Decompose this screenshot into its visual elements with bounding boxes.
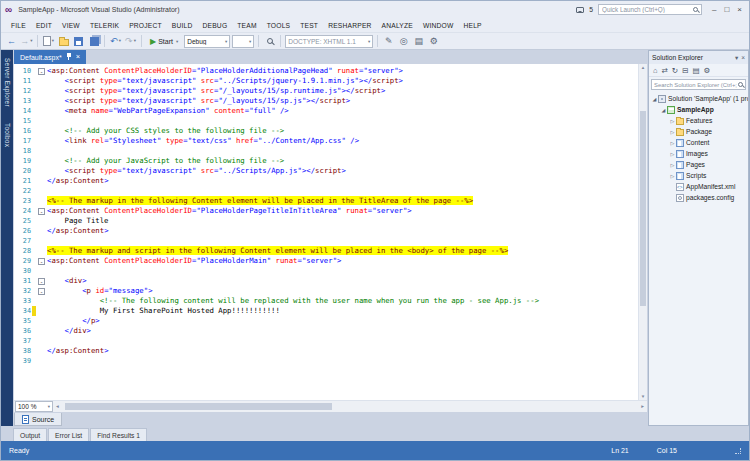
save-icon[interactable]	[72, 34, 85, 48]
scroll-down-icon[interactable]: ▼	[639, 394, 647, 399]
settings-gear-icon[interactable]: ⚙	[427, 34, 440, 48]
code-line[interactable]: 30	[14, 266, 638, 276]
horizontal-scrollbar-thumb[interactable]	[65, 403, 332, 410]
tree-item-pages[interactable]: ▷Pages	[649, 159, 748, 170]
open-file-icon[interactable]	[57, 34, 70, 48]
code-line[interactable]: 17 <link rel="Stylesheet" type="text/css…	[14, 136, 638, 146]
menu-project[interactable]: PROJECT	[124, 20, 167, 31]
code-line[interactable]: 32- <p id="message">	[14, 286, 638, 296]
menu-analyze[interactable]: ANALYZE	[377, 20, 418, 31]
scroll-up-icon[interactable]: ▲	[639, 65, 647, 70]
bottom-tab-find-results-1[interactable]: Find Results 1	[90, 428, 147, 441]
close-button[interactable]: ×	[737, 5, 742, 14]
code-line[interactable]: 38</asp:Content>	[14, 346, 638, 356]
collapse-arrow-icon[interactable]: ◢	[651, 96, 658, 102]
menu-file[interactable]: FILE	[6, 20, 31, 31]
tree-item-packages-config[interactable]: packages.config	[649, 192, 748, 203]
menu-test[interactable]: TEST	[295, 20, 323, 31]
minimize-button[interactable]: –	[712, 5, 716, 14]
collapse-icon[interactable]: -	[38, 258, 45, 265]
code-line[interactable]: 16 <!-- Add your CSS styles to the follo…	[14, 126, 638, 136]
vertical-scrollbar-thumb[interactable]	[640, 111, 646, 306]
expand-arrow-icon[interactable]: ▷	[669, 173, 676, 179]
start-debug-button[interactable]: ▶Start▾	[146, 36, 182, 47]
code-line[interactable]: 13 <script type="text/javascript" src="/…	[14, 96, 638, 106]
redo-icon[interactable]: ↷▾	[124, 34, 137, 48]
bottom-tab-error-list[interactable]: Error List	[48, 428, 89, 441]
tree-item-appmanifest-xml[interactable]: AppManifest.xml	[649, 181, 748, 192]
tree-item-sampleapp[interactable]: ◢SampleApp	[649, 104, 748, 115]
menu-debug[interactable]: DEBUG	[198, 20, 233, 31]
code-line[interactable]: 23<%-- The markup in the following Conte…	[14, 196, 638, 206]
menu-resharper[interactable]: RESHARPER	[323, 20, 376, 31]
list-view-icon[interactable]: ▤	[412, 34, 425, 48]
collapse-icon[interactable]: -	[38, 288, 45, 295]
horizontal-scrollbar[interactable]: ◂ ▸	[53, 401, 647, 412]
document-tab-default-aspx[interactable]: Default.aspx* ×	[14, 50, 86, 64]
bottom-tab-output[interactable]: Output	[13, 428, 47, 441]
code-line[interactable]: 21</asp:Content>	[14, 176, 638, 186]
code-line[interactable]: 26</asp:Content>	[14, 226, 638, 236]
menu-tools[interactable]: TOOLS	[262, 20, 296, 31]
menu-window[interactable]: WINDOW	[418, 20, 459, 31]
collapse-icon[interactable]: -	[38, 208, 45, 215]
close-tab-icon[interactable]: ×	[76, 53, 80, 61]
solution-explorer-header[interactable]: Solution Explorer ▾×	[649, 51, 748, 64]
scroll-left-icon[interactable]: ◂	[56, 403, 59, 409]
code-editor[interactable]: 10-<asp:Content ContentPlaceHolderID="Pl…	[14, 64, 638, 400]
scroll-right-icon[interactable]: ▸	[641, 403, 644, 409]
tree-item-content[interactable]: ▷Content	[649, 137, 748, 148]
outlining-margin[interactable]: -	[36, 256, 47, 266]
menu-view[interactable]: VIEW	[57, 20, 85, 31]
tree-item-scripts[interactable]: ▷Scripts	[649, 170, 748, 181]
code-line[interactable]: 22	[14, 186, 638, 196]
outlining-margin[interactable]: -	[36, 66, 47, 76]
code-line[interactable]: 24-<asp:Content ContentPlaceHolderID="Pl…	[14, 206, 638, 216]
quick-launch-input[interactable]: Quick Launch (Ctrl+Q)	[598, 4, 702, 15]
window-position-icon[interactable]: ▾	[735, 54, 738, 62]
menu-help[interactable]: HELP	[459, 20, 487, 31]
tree-item-package[interactable]: ▷Package	[649, 126, 748, 137]
save-all-icon[interactable]	[87, 34, 100, 48]
outlining-margin[interactable]: -	[36, 286, 47, 296]
tree-item-features[interactable]: ▷Features	[649, 115, 748, 126]
pin-icon[interactable]	[66, 53, 72, 61]
undo-icon[interactable]: ↶▾	[109, 34, 122, 48]
home-icon[interactable]: ⌂	[653, 66, 658, 75]
collapse-icon[interactable]: -	[38, 278, 45, 285]
vertical-scrollbar[interactable]: ▲ ▼	[638, 64, 647, 400]
sync-with-active-document-icon[interactable]: ⇄	[662, 66, 668, 75]
close-icon[interactable]: ×	[741, 54, 745, 62]
expand-arrow-icon[interactable]: ▷	[669, 118, 676, 124]
target-rule-icon[interactable]: ◎	[397, 34, 410, 48]
code-line[interactable]: 25 Page Title	[14, 216, 638, 226]
side-tab-server-explorer[interactable]: Server Explorer	[4, 58, 11, 107]
code-line[interactable]: 20 <script type="text/javascript" src=".…	[14, 166, 638, 176]
collapse-all-icon[interactable]: ⊟	[682, 66, 688, 75]
code-line[interactable]: 27	[14, 236, 638, 246]
code-line[interactable]: 31- <div>	[14, 276, 638, 286]
code-line[interactable]: 29-<asp:Content ContentPlaceHolderID="Pl…	[14, 256, 638, 266]
code-line[interactable]: 15	[14, 116, 638, 126]
expand-arrow-icon[interactable]: ▷	[669, 140, 676, 146]
menu-edit[interactable]: EDIT	[31, 20, 57, 31]
show-all-files-icon[interactable]: ▤	[692, 66, 699, 75]
menu-telerik[interactable]: TELERIK	[85, 20, 124, 31]
side-tab-toolbox[interactable]: Toolbox	[4, 123, 11, 147]
maximize-button[interactable]: □	[724, 5, 729, 14]
code-line[interactable]: 34 My First SharePoint Hosted App!!!!!!!…	[14, 306, 638, 316]
new-file-icon[interactable]: ▾	[42, 34, 55, 48]
menu-team[interactable]: TEAM	[232, 20, 261, 31]
outlining-margin[interactable]: -	[36, 276, 47, 286]
outlining-margin[interactable]: -	[36, 206, 47, 216]
tree-item-images[interactable]: ▷Images	[649, 148, 748, 159]
collapse-arrow-icon[interactable]: ◢	[660, 107, 667, 113]
solution-configurations-combo[interactable]: Debug▾	[184, 35, 230, 48]
code-line[interactable]: 35 </p>	[14, 316, 638, 326]
expand-arrow-icon[interactable]: ▷	[669, 162, 676, 168]
code-line[interactable]: 10-<asp:Content ContentPlaceHolderID="Pl…	[14, 66, 638, 76]
code-line[interactable]: 37	[14, 336, 638, 346]
code-line[interactable]: 11 <script type="text/javascript" src=".…	[14, 76, 638, 86]
zoom-combo[interactable]: 100 % ▾	[15, 401, 53, 412]
tree-item-solution-sampleapp-1-project[interactable]: ◢Solution 'SampleApp' (1 project)	[649, 93, 748, 104]
